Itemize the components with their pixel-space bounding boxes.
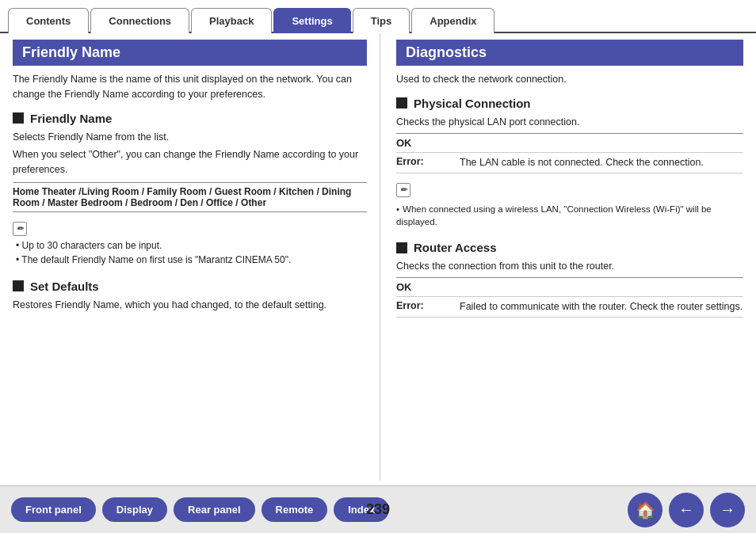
friendly-name-text1: Selects Friendly Name from the list. — [13, 130, 367, 145]
router-ok-value — [460, 281, 743, 293]
friendly-name-desc: The Friendly Name is the name of this un… — [13, 72, 367, 102]
tab-connections[interactable]: Connections — [90, 8, 189, 33]
forward-button[interactable]: → — [710, 493, 745, 527]
forward-icon: → — [720, 501, 735, 519]
home-button[interactable]: 🏠 — [628, 493, 662, 527]
router-access-text: Checks the connection from this unit to … — [396, 259, 743, 274]
diagnostics-desc: Used to check the network connection. — [396, 72, 743, 87]
note-2: The default Friendly Name on first use i… — [16, 253, 367, 267]
note-icon: ✏ — [13, 222, 27, 236]
main-content: Friendly Name The Friendly Name is the n… — [0, 33, 756, 481]
router-error-value: Failed to communicate with the router. C… — [460, 300, 743, 314]
tab-tips[interactable]: Tips — [353, 8, 410, 33]
physical-ok-row: OK — [396, 133, 743, 153]
tab-navigation: Contents Connections Playback Settings T… — [0, 0, 756, 33]
router-access-subheading: Router Access — [396, 241, 743, 254]
physical-ok-label: OK — [396, 137, 460, 149]
tab-appendix[interactable]: Appendix — [411, 8, 494, 33]
back-button[interactable]: ← — [669, 493, 704, 527]
set-defaults-text: Restores Friendly Name, which you had ch… — [13, 298, 367, 313]
right-panel: Diagnostics Used to check the network co… — [380, 33, 756, 481]
friendly-name-header: Friendly Name — [13, 40, 367, 66]
tab-settings[interactable]: Settings — [273, 8, 350, 33]
home-icon: 🏠 — [636, 501, 655, 520]
note-1: Up to 30 characters can be input. — [16, 238, 367, 253]
front-panel-button[interactable]: Front panel — [11, 497, 96, 522]
display-button[interactable]: Display — [102, 497, 167, 522]
friendly-name-text2: When you select "Other", you can change … — [13, 147, 367, 177]
tab-contents[interactable]: Contents — [8, 8, 89, 33]
friendly-name-options: Home Theater /Living Room / Family Room … — [13, 182, 367, 212]
wireless-note-text: •When connected using a wireless LAN, "C… — [396, 203, 743, 228]
bottom-bar: Front panel Display Rear panel 239 Remot… — [0, 485, 756, 533]
diagnostics-header: Diagnostics — [396, 40, 743, 66]
friendly-name-notes: ✏ Up to 30 characters can be input. The … — [13, 219, 367, 270]
physical-connection-subheading: Physical Connection — [396, 97, 743, 110]
wireless-note-box: ✏ •When connected using a wireless LAN, … — [396, 180, 743, 231]
physical-connection-text: Checks the physical LAN port connection. — [396, 115, 743, 130]
remote-button[interactable]: Remote — [262, 497, 328, 522]
physical-error-value: The LAN cable is not connected. Check th… — [460, 156, 743, 170]
router-error-row: Error: Failed to communicate with the ro… — [396, 297, 743, 318]
tab-playback[interactable]: Playback — [191, 8, 272, 33]
back-icon: ← — [678, 501, 694, 519]
physical-error-row: Error: The LAN cable is not connected. C… — [396, 153, 743, 174]
rear-panel-button[interactable]: Rear panel — [174, 497, 254, 522]
set-defaults-subheading: Set Defaults — [13, 280, 367, 293]
page-number: 239 — [366, 501, 390, 518]
physical-error-label: Error: — [396, 156, 460, 170]
wireless-note-icon: ✏ — [396, 183, 410, 197]
friendly-name-subheading: Friendly Name — [13, 112, 367, 125]
left-panel: Friendly Name The Friendly Name is the n… — [0, 33, 380, 481]
router-ok-row: OK — [396, 277, 743, 297]
router-ok-label: OK — [396, 281, 460, 293]
router-error-label: Error: — [396, 300, 460, 314]
physical-ok-value — [460, 137, 743, 149]
